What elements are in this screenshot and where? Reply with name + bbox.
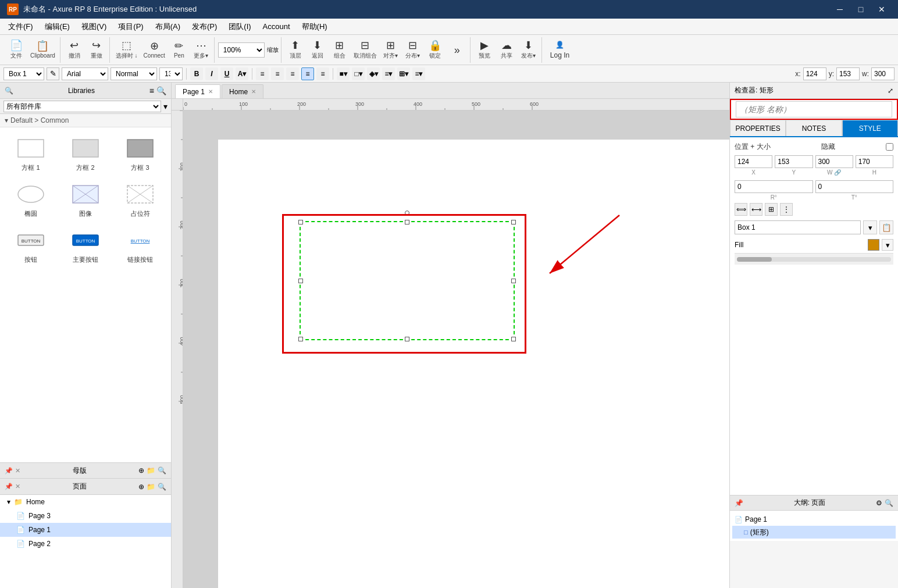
- component-link-button[interactable]: BUTTON 链接按钮: [115, 225, 165, 266]
- clipboard-button[interactable]: 📋 Clipboard: [28, 38, 58, 62]
- r-input[interactable]: [735, 180, 813, 193]
- masters-add-icon[interactable]: ⊕: [138, 466, 144, 475]
- page-canvas[interactable]: [218, 140, 729, 588]
- component-box3[interactable]: 方框 3: [115, 133, 165, 174]
- t-input[interactable]: [815, 180, 894, 193]
- masters-search-icon[interactable]: 🔍: [158, 466, 166, 475]
- menu-team[interactable]: 团队(I): [223, 19, 256, 34]
- bold-button[interactable]: B: [190, 67, 203, 80]
- fill-color-swatch[interactable]: [868, 239, 879, 251]
- component-button[interactable]: BUTTON 按钮: [6, 225, 56, 266]
- menu-help[interactable]: 帮助(H): [296, 19, 333, 34]
- align-button[interactable]: ⊞ 对齐▾: [380, 38, 401, 62]
- redo-button[interactable]: ↪ 重做: [86, 38, 107, 62]
- rotate-handle[interactable]: [405, 211, 409, 215]
- login-button[interactable]: 👤 Log In: [546, 38, 574, 62]
- publish-button[interactable]: ⬇ 发布▾: [518, 38, 539, 62]
- handle-tr[interactable]: [511, 220, 516, 224]
- font-color-button[interactable]: A▾: [236, 67, 248, 80]
- inspector-expand-icon[interactable]: ⤢: [888, 87, 893, 95]
- distribute-button[interactable]: ⊟ 分布▾: [402, 38, 423, 62]
- x-input[interactable]: [803, 67, 826, 80]
- size-select[interactable]: 13: [159, 67, 183, 80]
- align-left-button[interactable]: ≡: [271, 67, 284, 80]
- select-tool-button[interactable]: ⬚ 选择时 ↓: [113, 38, 140, 62]
- align-right-button[interactable]: ≡: [301, 67, 314, 80]
- undo-button[interactable]: ↩ 撤消: [64, 38, 85, 62]
- preview-button[interactable]: ▶ 预览: [474, 38, 495, 62]
- component-box2[interactable]: 方框 2: [60, 133, 111, 174]
- page-home[interactable]: ▾ 📁 Home: [0, 495, 171, 509]
- connect-button[interactable]: ⊕ Connect: [141, 38, 168, 62]
- tab-notes[interactable]: NOTES: [786, 120, 842, 136]
- page-page2[interactable]: 📄 Page 2: [0, 537, 171, 551]
- align2-btn[interactable]: ≡▾: [382, 67, 395, 80]
- flip-v-button[interactable]: ⟷: [750, 203, 762, 216]
- tab-home-close[interactable]: ✕: [251, 88, 256, 95]
- search2-icon[interactable]: 🔍: [885, 499, 893, 507]
- hide-checkbox[interactable]: [886, 143, 893, 151]
- page-page1[interactable]: 📄 Page 1: [0, 523, 171, 537]
- distribute2-button[interactable]: ⋮: [780, 203, 793, 216]
- group-button[interactable]: ⊞ 组合: [329, 38, 350, 62]
- page-page3[interactable]: 📄 Page 3: [0, 509, 171, 523]
- handle-tm[interactable]: [405, 220, 409, 224]
- canvas[interactable]: [183, 111, 729, 588]
- menu-view[interactable]: 视图(V): [76, 19, 112, 34]
- pages-folder-icon[interactable]: 📁: [147, 483, 155, 491]
- component-ellipse[interactable]: 椭圆: [6, 179, 56, 220]
- align-center-button[interactable]: ≡: [286, 67, 299, 80]
- pen-button[interactable]: ✏ Pen: [169, 38, 190, 62]
- menu-project[interactable]: 项目(P): [112, 19, 149, 34]
- tab-home[interactable]: Home ✕: [222, 84, 263, 98]
- list-button[interactable]: ≡: [256, 67, 269, 80]
- y-input[interactable]: [836, 67, 860, 80]
- tab-page1[interactable]: Page 1 ✕: [175, 84, 220, 98]
- selected-widget[interactable]: [300, 221, 515, 340]
- box-select[interactable]: Box 1: [3, 67, 44, 80]
- border-btn[interactable]: □▾: [352, 67, 365, 80]
- menu-account[interactable]: Account: [257, 20, 296, 33]
- anchor-button[interactable]: ⊞: [765, 203, 778, 216]
- minimize-button[interactable]: ─: [831, 1, 849, 17]
- h-coord-input[interactable]: [856, 155, 893, 168]
- y-coord-input[interactable]: [775, 155, 813, 168]
- font-select[interactable]: Arial: [62, 67, 108, 80]
- underline-button[interactable]: U: [220, 67, 233, 80]
- new-file-button[interactable]: 📄 文件: [6, 38, 27, 62]
- menu-edit[interactable]: 编辑(E): [39, 19, 76, 34]
- component-placeholder[interactable]: 占位符: [115, 179, 165, 220]
- box-name-input[interactable]: [735, 220, 861, 234]
- box-name-dropdown[interactable]: ▾: [863, 220, 877, 234]
- fill-dropdown-button[interactable]: ▾: [882, 239, 893, 251]
- handle-bm[interactable]: [405, 337, 409, 341]
- menu-file[interactable]: 文件(F): [2, 19, 39, 34]
- menu-publish[interactable]: 发布(P): [186, 19, 223, 34]
- handle-bl[interactable]: [298, 337, 303, 341]
- component-image[interactable]: 图像: [60, 179, 111, 220]
- x-coord-input[interactable]: [735, 155, 772, 168]
- handle-ml[interactable]: [298, 279, 303, 283]
- tree-rect[interactable]: □ (矩形): [732, 526, 896, 539]
- flip-h-button[interactable]: ⟺: [735, 203, 747, 216]
- library-search-icon[interactable]: 🔍: [156, 86, 166, 95]
- style-select[interactable]: Normal: [111, 67, 157, 80]
- lock-button[interactable]: 🔒 锁定: [425, 38, 446, 62]
- w-coord-input[interactable]: [815, 155, 853, 168]
- handle-br[interactable]: [511, 337, 516, 341]
- handle-mr[interactable]: [511, 279, 516, 283]
- masters-folder-icon[interactable]: 📁: [147, 466, 155, 475]
- scroll-thumb[interactable]: [737, 257, 772, 262]
- canvas-wrapper[interactable]: 0 100 200 300 400 500 600: [172, 99, 729, 588]
- scroll-bar[interactable]: [737, 257, 891, 262]
- pages-add-icon[interactable]: ⊕: [138, 483, 144, 491]
- widget-name-input[interactable]: [736, 101, 892, 117]
- rename-button[interactable]: ✎: [47, 67, 59, 80]
- library-menu-icon[interactable]: ≡: [149, 86, 154, 95]
- tree-page1[interactable]: 📄 Page 1: [732, 513, 896, 526]
- tab-properties[interactable]: PROPERTIES: [730, 120, 786, 136]
- grid-btn[interactable]: ⊞▾: [397, 67, 410, 80]
- component-box1[interactable]: 方框 1: [6, 133, 56, 174]
- close-button[interactable]: ✕: [872, 1, 891, 17]
- filter-icon[interactable]: ⚙: [876, 499, 882, 507]
